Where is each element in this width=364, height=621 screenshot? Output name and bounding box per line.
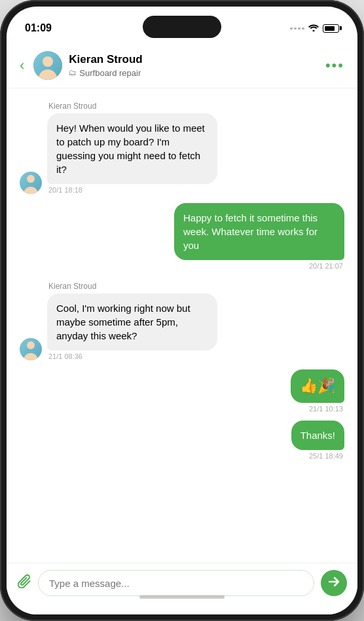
back-button[interactable]: ‹ — [20, 58, 27, 73]
sender-label-1: Kieran Stroud — [17, 102, 347, 111]
signal-dot-2 — [294, 28, 297, 29]
header-info: Kieran Stroud 🗂 Surfboard repair — [69, 53, 319, 77]
bubble-wrap-5: Thanks! 25/1 18:49 — [291, 421, 344, 460]
message-row-5: Thanks! 25/1 18:49 — [17, 421, 347, 460]
bubble-1: Hey! When would you like to meet to patc… — [47, 113, 217, 184]
folder-icon: 🗂 — [69, 68, 77, 77]
attach-button[interactable] — [17, 574, 31, 592]
status-icons — [290, 23, 339, 33]
message-row-4: 👍🎉 21/1 10:13 — [17, 369, 347, 413]
bubble-time-5: 25/1 18:49 — [308, 452, 344, 460]
bubble-time-2: 20/1 21:07 — [308, 262, 344, 270]
msg-avatar-1 — [20, 172, 42, 194]
message-input[interactable] — [38, 570, 314, 596]
avatar-image — [33, 51, 62, 80]
messages-container: Kieran Stroud Hey! When would you like t… — [17, 94, 347, 464]
bubble-time-3: 21/1 08:36 — [47, 352, 217, 360]
status-time: 01:09 — [25, 22, 52, 34]
bubble-time-1: 20/1 18:18 — [47, 186, 217, 194]
signal-dots-icon — [290, 28, 304, 29]
chat-header: ‹ Kieran Stroud 🗂 Surfboard repair ••• — [7, 45, 357, 88]
bubble-5: Thanks! — [291, 421, 344, 450]
battery-icon — [323, 24, 339, 33]
message-row-1: Hey! When would you like to meet to patc… — [17, 113, 347, 194]
wifi-icon — [308, 23, 319, 33]
bubble-wrap-4: 👍🎉 21/1 10:13 — [291, 369, 344, 413]
avatar[interactable] — [33, 51, 62, 80]
input-area — [7, 563, 357, 614]
contact-name: Kieran Stroud — [69, 53, 319, 66]
send-button[interactable] — [321, 570, 347, 596]
bubble-wrap-2: Happy to fetch it sometime this week. Wh… — [174, 203, 344, 270]
bubble-3: Cool, I'm working right now but maybe so… — [47, 293, 217, 350]
signal-dot-4 — [302, 28, 304, 29]
subtitle-text: Surfboard repair — [79, 68, 141, 78]
msg-avatar-3 — [20, 338, 42, 360]
sender-label-3: Kieran Stroud — [17, 282, 347, 291]
home-indicator — [139, 595, 225, 599]
phone-frame: 01:09 — [0, 0, 364, 621]
bubble-wrap-3: Cool, I'm working right now but maybe so… — [47, 293, 217, 360]
battery-fill — [325, 26, 335, 31]
bubble-2: Happy to fetch it sometime this week. Wh… — [174, 203, 344, 260]
signal-dot-3 — [298, 28, 300, 29]
message-row-3: Cool, I'm working right now but maybe so… — [17, 293, 347, 360]
bubble-4: 👍🎉 — [291, 369, 344, 403]
chat-area[interactable]: Kieran Stroud Hey! When would you like t… — [7, 88, 357, 563]
phone-screen: 01:09 — [7, 7, 357, 614]
bubble-time-4: 21/1 10:13 — [308, 405, 344, 413]
bubble-wrap-1: Hey! When would you like to meet to patc… — [47, 113, 217, 194]
message-row-2: Happy to fetch it sometime this week. Wh… — [17, 203, 347, 270]
header-subtitle: 🗂 Surfboard repair — [69, 68, 319, 78]
dynamic-island — [143, 16, 221, 38]
signal-dot-1 — [290, 28, 293, 29]
send-icon — [328, 576, 340, 591]
more-options-button[interactable]: ••• — [325, 57, 344, 74]
